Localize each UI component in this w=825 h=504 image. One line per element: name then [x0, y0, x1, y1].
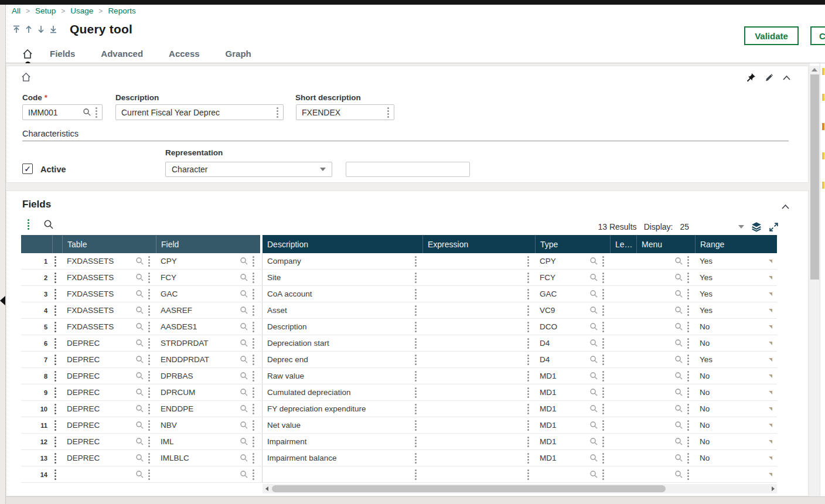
- description-options-kebab-icon[interactable]: [414, 321, 418, 333]
- range-dropdown-corner-icon[interactable]: [769, 424, 772, 427]
- field-lookup-icon[interactable]: [240, 355, 248, 364]
- grid-search-icon[interactable]: [43, 219, 54, 230]
- menu-lookup-icon[interactable]: [674, 372, 683, 380]
- cell-table[interactable]: DEPREC: [62, 401, 156, 417]
- menu-options-kebab-icon[interactable]: [686, 403, 690, 415]
- table-lookup-icon[interactable]: [135, 470, 144, 479]
- row-handle-kebab-icon[interactable]: [52, 335, 62, 351]
- type-lookup-icon[interactable]: [589, 290, 598, 298]
- expression-options-kebab-icon[interactable]: [526, 436, 530, 448]
- cell-length[interactable]: [610, 253, 636, 269]
- type-lookup-icon[interactable]: [589, 355, 598, 364]
- type-lookup-icon[interactable]: [589, 372, 598, 380]
- cell-type[interactable]: MD1: [535, 384, 610, 400]
- description-options-kebab-icon[interactable]: [414, 387, 418, 399]
- cell-expression[interactable]: [422, 450, 535, 466]
- cell-length[interactable]: [610, 417, 636, 433]
- description-options-kebab-icon[interactable]: [414, 403, 418, 415]
- cell-menu[interactable]: [636, 335, 695, 351]
- code-input[interactable]: [28, 108, 80, 117]
- cell-description[interactable]: Asset: [262, 302, 422, 318]
- first-record-icon[interactable]: [12, 25, 21, 34]
- type-options-kebab-icon[interactable]: [601, 272, 605, 284]
- expression-options-kebab-icon[interactable]: [526, 469, 530, 481]
- cell-table[interactable]: FXDASSETS: [62, 302, 156, 318]
- type-options-kebab-icon[interactable]: [601, 403, 605, 415]
- expression-options-kebab-icon[interactable]: [526, 387, 530, 399]
- type-options-kebab-icon[interactable]: [601, 436, 605, 448]
- cell-expression[interactable]: [422, 417, 535, 433]
- cell-expression[interactable]: [422, 368, 535, 384]
- description-options-kebab-icon[interactable]: [414, 338, 418, 349]
- row-number[interactable]: 3: [21, 286, 52, 302]
- cell-range[interactable]: No: [695, 401, 777, 417]
- tab-graph[interactable]: Graph: [226, 49, 251, 59]
- description-options-kebab-icon[interactable]: [414, 288, 418, 300]
- cell-description[interactable]: Company: [262, 253, 422, 269]
- type-lookup-icon[interactable]: [589, 273, 598, 282]
- row-number[interactable]: 7: [21, 352, 52, 367]
- menu-options-kebab-icon[interactable]: [686, 420, 690, 431]
- table-lookup-icon[interactable]: [135, 454, 144, 462]
- display-value[interactable]: 25: [680, 222, 689, 231]
- cell-description[interactable]: Net value: [262, 417, 422, 433]
- menu-lookup-icon[interactable]: [674, 257, 683, 265]
- menu-lookup-icon[interactable]: [674, 355, 683, 364]
- cell-field[interactable]: IML: [156, 434, 260, 449]
- field-options-kebab-icon[interactable]: [251, 420, 255, 431]
- range-dropdown-corner-icon[interactable]: [769, 457, 772, 460]
- table-lookup-icon[interactable]: [135, 372, 144, 380]
- cell-table[interactable]: FXDASSETS: [62, 319, 156, 335]
- collapse-panel-icon[interactable]: [782, 75, 791, 81]
- cell-description[interactable]: Raw value: [262, 368, 422, 384]
- range-dropdown-corner-icon[interactable]: [769, 292, 772, 296]
- scroll-up-icon[interactable]: [812, 68, 817, 71]
- field-lookup-icon[interactable]: [240, 306, 248, 315]
- type-lookup-icon[interactable]: [589, 437, 598, 446]
- table-options-kebab-icon[interactable]: [147, 370, 151, 382]
- cell-length[interactable]: [610, 352, 636, 367]
- layers-icon[interactable]: [751, 222, 762, 232]
- menu-options-kebab-icon[interactable]: [686, 272, 690, 284]
- menu-lookup-icon[interactable]: [674, 437, 683, 446]
- cell-field[interactable]: AASDES1: [156, 319, 260, 335]
- type-lookup-icon[interactable]: [589, 388, 598, 397]
- cell-expression[interactable]: [422, 352, 535, 367]
- cell-type[interactable]: D4: [535, 352, 610, 367]
- table-options-kebab-icon[interactable]: [147, 452, 151, 464]
- cell-length[interactable]: [610, 434, 636, 449]
- range-dropdown-corner-icon[interactable]: [769, 440, 772, 444]
- description-options-kebab-icon[interactable]: [414, 272, 418, 284]
- cell-description[interactable]: Description: [262, 319, 422, 335]
- cell-type[interactable]: FCY: [535, 270, 610, 285]
- expression-options-kebab-icon[interactable]: [526, 272, 530, 284]
- field-lookup-icon[interactable]: [240, 322, 248, 331]
- cell-field[interactable]: IMLBLC: [156, 450, 260, 466]
- range-dropdown-corner-icon[interactable]: [769, 276, 772, 280]
- cell-description[interactable]: Site: [262, 270, 422, 285]
- cell-field[interactable]: DPRCUM: [156, 384, 260, 400]
- cell-table[interactable]: DEPREC: [62, 384, 156, 400]
- menu-lookup-icon[interactable]: [674, 290, 683, 298]
- collapsed-left-panel[interactable]: [0, 5, 6, 504]
- type-options-kebab-icon[interactable]: [601, 370, 605, 382]
- row-handle-kebab-icon[interactable]: [52, 368, 62, 384]
- column-header-type[interactable]: Type: [535, 235, 610, 253]
- table-options-kebab-icon[interactable]: [147, 469, 151, 481]
- row-handle-kebab-icon[interactable]: [52, 302, 62, 318]
- menu-lookup-icon[interactable]: [674, 339, 683, 348]
- type-options-kebab-icon[interactable]: [601, 420, 605, 431]
- field-lookup-icon[interactable]: [240, 454, 248, 462]
- cell-range[interactable]: No: [695, 368, 777, 384]
- cell-expression[interactable]: [422, 302, 535, 318]
- cell-field[interactable]: AASREF: [156, 302, 260, 318]
- expression-options-kebab-icon[interactable]: [526, 321, 530, 333]
- description-options-kebab-icon[interactable]: [414, 436, 418, 448]
- collapse-fields-panel-icon[interactable]: [781, 202, 790, 212]
- field-lookup-icon[interactable]: [240, 290, 248, 298]
- cell-range[interactable]: Yes: [695, 286, 777, 302]
- field-options-kebab-icon[interactable]: [251, 305, 255, 316]
- representation-select[interactable]: Character: [165, 162, 332, 177]
- cell-table[interactable]: [62, 466, 156, 482]
- field-lookup-icon[interactable]: [240, 404, 248, 413]
